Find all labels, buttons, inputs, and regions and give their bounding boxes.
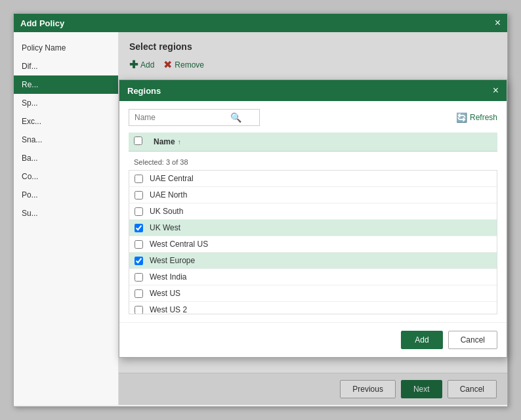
region-name: UK South	[150, 207, 183, 216]
sidebar-item[interactable]: Policy Name	[14, 39, 118, 57]
region-row[interactable]: West India	[129, 269, 497, 285]
region-checkbox[interactable]	[135, 224, 143, 232]
search-input[interactable]	[135, 113, 226, 122]
region-checkbox[interactable]	[135, 191, 143, 200]
region-checkbox[interactable]	[135, 207, 143, 216]
region-row[interactable]: UAE Central	[129, 171, 497, 187]
region-name: West Europe	[150, 256, 195, 265]
main-content: Select regions ✚ Add ✖ Remove Regions ×	[119, 32, 507, 405]
region-row[interactable]: UAE North	[129, 187, 497, 203]
search-box: 🔍	[129, 109, 260, 126]
region-row[interactable]: West US	[129, 285, 497, 302]
region-name: West India	[150, 272, 186, 282]
modal-add-button[interactable]: Add	[401, 331, 442, 349]
sidebar-item[interactable]: Dif...	[14, 57, 118, 75]
region-name: West US 2	[150, 305, 187, 314]
search-row: 🔍 🔄 Refresh	[129, 109, 497, 126]
region-row[interactable]: West Central US	[129, 236, 497, 253]
header-checkbox-cell	[129, 133, 148, 152]
refresh-icon: 🔄	[456, 112, 467, 123]
refresh-button[interactable]: 🔄 Refresh	[456, 112, 497, 123]
region-name: West US	[150, 289, 180, 298]
search-icon: 🔍	[230, 112, 241, 123]
select-all-checkbox[interactable]	[134, 136, 142, 145]
regions-scroll[interactable]: UAE CentralUAE NorthUK SouthUK WestWest …	[129, 170, 497, 314]
regions-modal: Regions × 🔍 🔄 Refresh	[119, 79, 507, 358]
column-name-header: Name ↑	[148, 133, 497, 152]
outer-window-title: Add Policy	[20, 18, 64, 28]
region-checkbox[interactable]	[135, 306, 143, 314]
outer-close-button[interactable]: ×	[495, 18, 501, 28]
regions-table: Name ↑	[129, 133, 497, 152]
region-checkbox[interactable]	[135, 175, 143, 183]
region-name: UAE North	[150, 190, 187, 200]
refresh-label: Refresh	[470, 113, 497, 122]
region-row[interactable]: UK West	[129, 220, 497, 236]
region-name: UAE Central	[150, 174, 194, 183]
sort-arrow-icon: ↑	[178, 138, 181, 146]
region-row[interactable]: West US 2	[129, 302, 497, 314]
sidebar-item[interactable]: Po...	[14, 186, 118, 204]
sidebar-item[interactable]: Co...	[14, 167, 118, 186]
modal-titlebar: Regions ×	[119, 80, 507, 101]
region-name: UK West	[150, 223, 180, 232]
region-name: West Central US	[150, 240, 208, 249]
add-policy-window: Add Policy × Policy NameDif...Re...Sp...…	[13, 13, 508, 407]
outer-body: Policy NameDif...Re...Sp...Exc...Sna...B…	[14, 32, 507, 405]
sidebar-item[interactable]: Sna...	[14, 131, 118, 149]
region-row[interactable]: West Europe	[129, 253, 497, 269]
sidebar-item[interactable]: Exc...	[14, 112, 118, 131]
modal-body: 🔍 🔄 Refresh	[119, 101, 507, 322]
sidebar: Policy NameDif...Re...Sp...Exc...Sna...B…	[14, 32, 119, 405]
region-checkbox[interactable]	[135, 289, 143, 298]
outer-titlebar: Add Policy ×	[14, 14, 507, 32]
modal-cancel-button[interactable]: Cancel	[448, 331, 497, 349]
modal-title: Regions	[127, 86, 161, 96]
modal-footer: Add Cancel	[119, 322, 507, 357]
modal-close-button[interactable]: ×	[493, 85, 499, 96]
sidebar-item[interactable]: Su...	[14, 204, 118, 222]
sidebar-item[interactable]: Ba...	[14, 149, 118, 167]
region-row[interactable]: UK South	[129, 203, 497, 220]
modal-overlay: Regions × 🔍 🔄 Refresh	[119, 32, 507, 405]
region-checkbox[interactable]	[135, 257, 143, 265]
selected-count: Selected: 3 of 38	[129, 156, 497, 169]
region-checkbox[interactable]	[135, 240, 143, 249]
sidebar-item[interactable]: Sp...	[14, 94, 118, 112]
sidebar-item[interactable]: Re...	[14, 75, 118, 94]
region-checkbox[interactable]	[135, 273, 143, 282]
